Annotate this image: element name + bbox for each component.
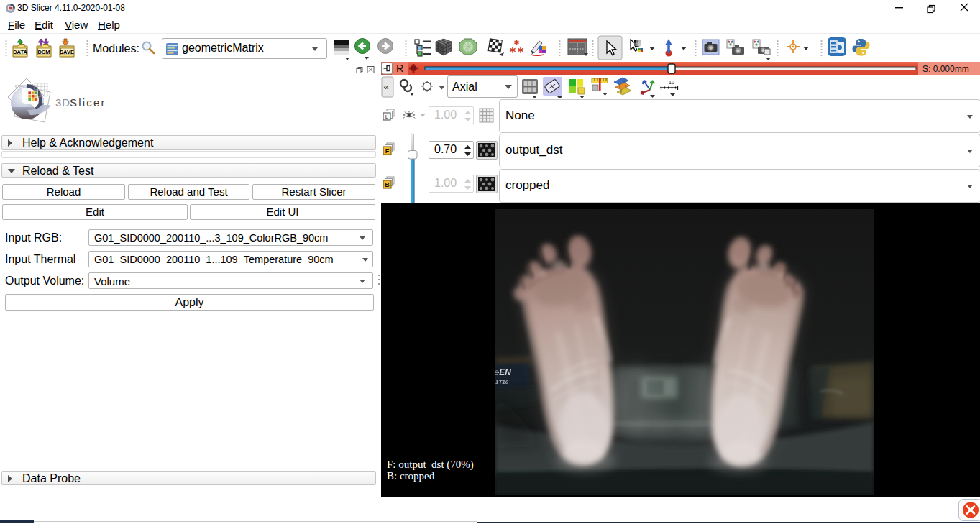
svg-text:DATA: DATA [13,49,27,55]
svg-text:S: 0.000mm: S: 0.000mm [922,64,969,74]
svg-text:10: 10 [669,80,674,85]
svg-text:Axial: Axial [452,81,477,93]
svg-text:SAVE: SAVE [60,49,74,55]
svg-text:1T10: 1T10 [495,379,509,385]
svg-text:«: « [384,81,389,92]
svg-text:B: B [385,181,390,188]
svg-text:℮EN: ℮EN [495,367,511,377]
svg-text:F: F [385,147,390,155]
svg-text:L: L [385,114,389,120]
svg-text:3D: 3D [55,96,70,109]
svg-text:Slicer: Slicer [70,96,106,109]
svg-text:R: R [396,63,403,74]
svg-text:DCM: DCM [37,49,50,55]
